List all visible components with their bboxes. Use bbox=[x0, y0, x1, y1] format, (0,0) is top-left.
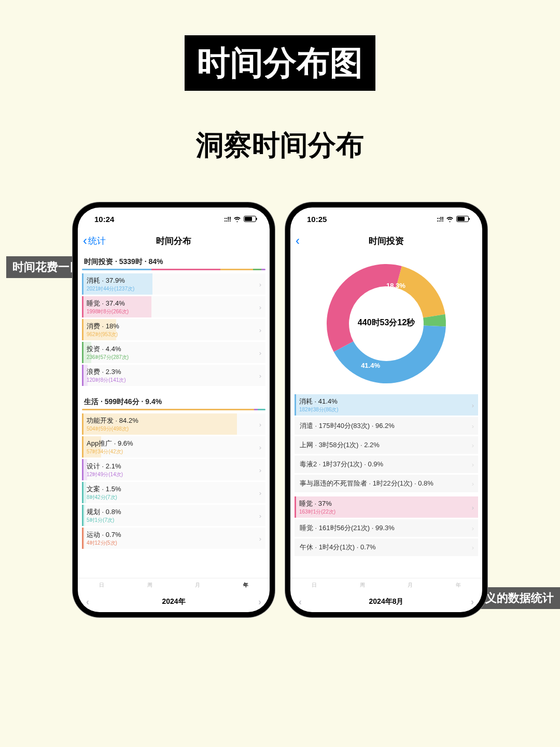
footer-label: 2024年8月 bbox=[369, 597, 404, 606]
chevron-right-icon: › bbox=[259, 534, 261, 542]
row-subtitle: 120时8分(141次) bbox=[87, 377, 262, 384]
chevron-right-icon: › bbox=[259, 349, 261, 356]
row-subtitle: 962时(953次) bbox=[87, 331, 262, 338]
tab-日[interactable]: 日 bbox=[290, 578, 339, 591]
row-subtitle: 504时59分(498次) bbox=[87, 425, 262, 433]
tab-月[interactable]: 月 bbox=[174, 578, 222, 591]
period-tabs: 日周月年 bbox=[290, 578, 482, 591]
chevron-right-icon: › bbox=[472, 441, 474, 449]
tab-周[interactable]: 周 bbox=[339, 578, 387, 591]
chevron-right-icon: › bbox=[259, 443, 261, 451]
sub-row[interactable]: 事与愿违的不死冒险者 · 1时22分(1次) · 0.8%› bbox=[295, 475, 478, 492]
signal-icon: ::!! bbox=[437, 215, 443, 223]
period-tabs: 日周月年 bbox=[78, 578, 270, 591]
row-title: 浪费 · 2.3% bbox=[87, 367, 262, 377]
row-title: 投资 · 4.4% bbox=[87, 344, 262, 354]
signal-icon: ::!! bbox=[224, 215, 231, 223]
category-row[interactable]: 运动 · 0.7% 4时12分(5次) › bbox=[82, 528, 265, 549]
category-row[interactable]: 设计 · 2.1% 12时49分(14次) › bbox=[82, 459, 265, 480]
chevron-right-icon: › bbox=[259, 511, 261, 519]
category-row[interactable]: 功能开发 · 84.2% 504时59分(498次) › bbox=[82, 413, 265, 435]
row-title: App推广 · 9.6% bbox=[87, 439, 262, 448]
chevron-right-icon: › bbox=[472, 401, 474, 409]
footer-date: ‹ 2024年8月 › bbox=[290, 591, 482, 612]
status-bar: 10:25 ::!! bbox=[290, 208, 482, 230]
category-row[interactable]: 消耗 · 41.4% 182时38分(86次) › bbox=[295, 394, 478, 416]
row-subtitle: 4时12分(5次) bbox=[87, 540, 262, 547]
battery-icon bbox=[456, 216, 469, 222]
category-row[interactable]: 文案 · 1.5% 8时42分(7次) › bbox=[82, 482, 265, 503]
section-header: 时间投资 · 5339时 · 84% bbox=[82, 251, 265, 269]
row-title: 消费 · 18% bbox=[87, 322, 262, 331]
row-subtitle: 12时49分(14次) bbox=[87, 471, 262, 478]
wifi-icon bbox=[446, 216, 454, 222]
category-row[interactable]: 睡觉 · 37.4% 1998时8分(266次) › bbox=[82, 296, 265, 317]
page-title-banner: 时间分布图 bbox=[185, 35, 375, 91]
row-subtitle: 236时57分(287次) bbox=[87, 354, 262, 361]
nav-bar: ‹ 统计 时间分布 bbox=[78, 230, 270, 251]
tab-年[interactable]: 年 bbox=[222, 578, 270, 591]
sub-row[interactable]: 睡觉 · 161时56分(21次) · 99.3%› bbox=[295, 519, 478, 537]
chevron-right-icon[interactable]: › bbox=[471, 597, 474, 607]
chevron-right-icon: › bbox=[259, 420, 261, 428]
chevron-right-icon: › bbox=[472, 422, 474, 430]
sub-row[interactable]: 毒液2 · 1时37分(1次) · 0.9%› bbox=[295, 455, 478, 473]
donut-segment-label: 18.3% bbox=[386, 282, 405, 289]
chevron-right-icon[interactable]: › bbox=[258, 597, 261, 607]
chevron-right-icon: › bbox=[472, 480, 474, 488]
category-row[interactable]: 消耗 · 37.9% 2021时44分(1237次) › bbox=[82, 273, 265, 295]
chevron-right-icon: › bbox=[259, 489, 261, 496]
chevron-left-icon: ‹ bbox=[83, 234, 87, 247]
status-time: 10:24 bbox=[94, 215, 114, 224]
nav-title: 时间投资 bbox=[369, 235, 404, 247]
chevron-left-icon[interactable]: ‹ bbox=[299, 597, 302, 607]
sub-row[interactable]: 上网 · 3时58分(1次) · 2.2%› bbox=[295, 436, 478, 454]
donut-segment-label: 37% bbox=[315, 284, 329, 292]
section-header: 生活 · 599时46分 · 9.4% bbox=[82, 391, 265, 409]
footer-date: ‹ 2024年 › bbox=[78, 591, 270, 612]
status-bar: 10:24 ::!! bbox=[78, 208, 270, 230]
category-row[interactable]: 规划 · 0.8% 5时1分(7次) › bbox=[82, 505, 265, 526]
row-title: 设计 · 2.1% bbox=[87, 462, 262, 471]
row-subtitle: 8时42分(7次) bbox=[87, 494, 262, 501]
tab-日[interactable]: 日 bbox=[78, 578, 126, 591]
sub-row[interactable]: 午休 · 1时4分(1次) · 0.7%› bbox=[295, 538, 478, 556]
tab-月[interactable]: 月 bbox=[386, 578, 435, 591]
phone-frame-left: 10:24 ::!! ‹ 统计 时间分布 时间投资 · 5339时 · 84% bbox=[73, 202, 275, 617]
donut-chart: 440时53分12秒 18.3%41.4%37% bbox=[295, 251, 478, 394]
page-subtitle: 洞察时间分布 bbox=[196, 127, 364, 164]
back-button[interactable]: ‹ bbox=[296, 234, 300, 247]
back-button[interactable]: ‹ 统计 bbox=[83, 234, 106, 247]
sub-row[interactable]: 消遣 · 175时40分(83次) · 96.2%› bbox=[295, 417, 478, 435]
chevron-right-icon: › bbox=[259, 303, 261, 311]
row-title: 功能开发 · 84.2% bbox=[87, 416, 262, 425]
tab-年[interactable]: 年 bbox=[435, 578, 483, 591]
row-title: 运动 · 0.7% bbox=[87, 530, 262, 540]
category-row[interactable]: 浪费 · 2.3% 120时8分(141次) › bbox=[82, 365, 265, 386]
donut-center-label: 440时53分12秒 bbox=[358, 317, 415, 328]
category-row[interactable]: 睡觉 · 37% 163时1分(22次) › bbox=[295, 496, 478, 518]
row-subtitle: 57时34分(42次) bbox=[87, 448, 262, 455]
category-row[interactable]: 投资 · 4.4% 236时57分(287次) › bbox=[82, 342, 265, 363]
category-row[interactable]: 消费 · 18% 962时(953次) › bbox=[82, 319, 265, 340]
row-subtitle: 163时1分(22次) bbox=[299, 508, 475, 516]
chevron-right-icon: › bbox=[259, 326, 261, 334]
status-time: 10:25 bbox=[307, 215, 327, 224]
category-row[interactable]: App推广 · 9.6% 57时34分(42次) › bbox=[82, 436, 265, 458]
chevron-right-icon: › bbox=[472, 524, 474, 532]
wifi-icon bbox=[233, 216, 241, 222]
chevron-left-icon[interactable]: ‹ bbox=[86, 597, 89, 607]
nav-bar: ‹ 时间投资 bbox=[290, 230, 482, 251]
nav-title: 时间分布 bbox=[156, 235, 191, 247]
row-subtitle: 2021时44分(1237次) bbox=[87, 285, 262, 293]
tab-周[interactable]: 周 bbox=[126, 578, 174, 591]
back-label: 统计 bbox=[88, 235, 106, 247]
scroll-content[interactable]: 440时53分12秒 18.3%41.4%37% 消耗 · 41.4% 182时… bbox=[290, 251, 482, 578]
donut-segment bbox=[334, 325, 446, 383]
chevron-right-icon: › bbox=[472, 461, 474, 468]
section-underline bbox=[82, 409, 265, 410]
scroll-content[interactable]: 时间投资 · 5339时 · 84% 消耗 · 37.9% 2021时44分(1… bbox=[78, 251, 270, 578]
chevron-right-icon: › bbox=[472, 544, 474, 551]
chevron-right-icon: › bbox=[259, 466, 261, 474]
battery-icon bbox=[244, 216, 256, 222]
